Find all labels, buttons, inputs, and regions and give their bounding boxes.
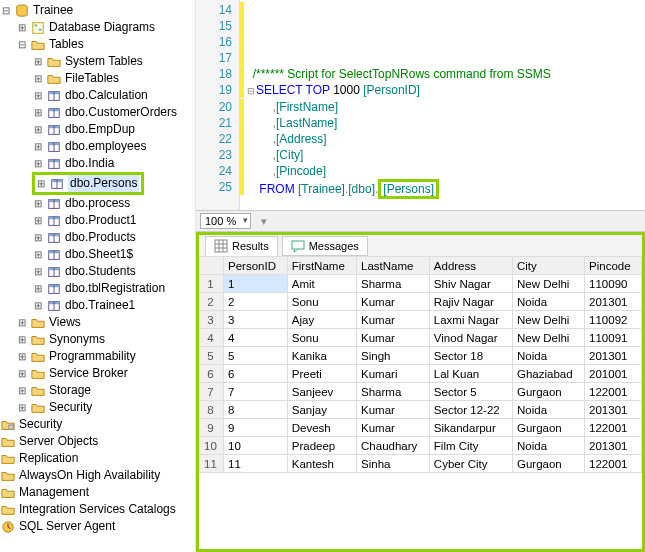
expand-icon[interactable]: ⊞ — [35, 178, 46, 189]
replication-node[interactable]: Replication — [0, 450, 195, 467]
cell[interactable]: Noida — [512, 293, 584, 311]
row-header[interactable]: 5 — [200, 347, 224, 365]
db-node-trainee[interactable]: ⊟Trainee — [0, 2, 195, 19]
cell[interactable]: 201301 — [585, 293, 642, 311]
alwayson-node[interactable]: AlwaysOn High Availability — [0, 467, 195, 484]
expand-icon[interactable]: ⊞ — [32, 266, 43, 277]
file-tables-node[interactable]: ⊞FileTables — [0, 70, 195, 87]
cell[interactable]: 201301 — [585, 437, 642, 455]
cell[interactable]: Sector 12-22 — [429, 401, 512, 419]
cell[interactable]: Kumar — [357, 311, 430, 329]
expand-icon[interactable]: ⊞ — [32, 124, 43, 135]
cell[interactable]: 5 — [224, 347, 288, 365]
expand-icon[interactable]: ⊞ — [32, 232, 43, 243]
cell[interactable]: Noida — [512, 401, 584, 419]
expand-icon[interactable]: ⊞ — [32, 198, 43, 209]
row-header[interactable]: 6 — [200, 365, 224, 383]
cell[interactable]: Kanika — [287, 347, 356, 365]
cell[interactable]: Preeti — [287, 365, 356, 383]
cell[interactable]: 1 — [224, 275, 288, 293]
security-node[interactable]: Security — [0, 416, 195, 433]
cell[interactable]: Sector 18 — [429, 347, 512, 365]
table-empdup[interactable]: ⊞dbo.EmpDup — [0, 121, 195, 138]
table-row[interactable]: 33AjayKumarLaxmi NagarNew Delhi110092 — [200, 311, 642, 329]
col-header[interactable]: City — [512, 257, 584, 275]
collapse-icon[interactable]: ⊟ — [16, 39, 27, 50]
cell[interactable]: Shiv Nagar — [429, 275, 512, 293]
cell[interactable]: 122001 — [585, 419, 642, 437]
cell[interactable]: 110090 — [585, 275, 642, 293]
expand-icon[interactable]: ⊞ — [32, 107, 43, 118]
table-customerorders[interactable]: ⊞dbo.CustomerOrders — [0, 104, 195, 121]
row-header[interactable]: 1 — [200, 275, 224, 293]
cell[interactable]: Devesh — [287, 419, 356, 437]
cell[interactable]: 11 — [224, 455, 288, 473]
cell[interactable]: Gurgaon — [512, 455, 584, 473]
table-employees[interactable]: ⊞dbo.employees — [0, 138, 195, 155]
row-header[interactable]: 11 — [200, 455, 224, 473]
col-header[interactable]: Address — [429, 257, 512, 275]
table-persons[interactable]: ⊞dbo.Persons — [0, 172, 195, 195]
db-security-node[interactable]: ⊞Security — [0, 399, 195, 416]
table-sheet1[interactable]: ⊞dbo.Sheet1$ — [0, 246, 195, 263]
table-row[interactable]: 1010PradeepChaudharyFilm CityNoida201301 — [200, 437, 642, 455]
cell[interactable]: Chaudhary — [357, 437, 430, 455]
table-calculation[interactable]: ⊞dbo.Calculation — [0, 87, 195, 104]
service-broker-node[interactable]: ⊞Service Broker — [0, 365, 195, 382]
expand-icon[interactable]: ⊞ — [16, 351, 27, 362]
cell[interactable]: 2 — [224, 293, 288, 311]
row-header[interactable]: 4 — [200, 329, 224, 347]
cell[interactable]: 122001 — [585, 455, 642, 473]
views-node[interactable]: ⊞Views — [0, 314, 195, 331]
programmability-node[interactable]: ⊞Programmability — [0, 348, 195, 365]
cell[interactable]: 110091 — [585, 329, 642, 347]
col-header[interactable]: Pincode — [585, 257, 642, 275]
cell[interactable]: Noida — [512, 437, 584, 455]
table-row[interactable]: 77SanjeevSharmaSector 5Gurgaon122001 — [200, 383, 642, 401]
table-product1[interactable]: ⊞dbo.Product1 — [0, 212, 195, 229]
table-india[interactable]: ⊞dbo.India — [0, 155, 195, 172]
cell[interactable]: New Delhi — [512, 329, 584, 347]
cell[interactable]: 3 — [224, 311, 288, 329]
row-header[interactable]: 7 — [200, 383, 224, 401]
expand-icon[interactable]: ⊞ — [16, 385, 27, 396]
cell[interactable]: 110092 — [585, 311, 642, 329]
zoom-combo[interactable]: 100 % — [200, 213, 251, 229]
cell[interactable]: Sikandarpur — [429, 419, 512, 437]
cell[interactable]: Noida — [512, 347, 584, 365]
expand-icon[interactable]: ⊞ — [32, 158, 43, 169]
expand-icon[interactable]: ⊞ — [32, 141, 43, 152]
cell[interactable]: Gurgaon — [512, 383, 584, 401]
table-students[interactable]: ⊞dbo.Students — [0, 263, 195, 280]
cell[interactable]: Cyber City — [429, 455, 512, 473]
cell[interactable]: Ghaziabad — [512, 365, 584, 383]
tables-node[interactable]: ⊟Tables — [0, 36, 195, 53]
cell[interactable]: Sanjay — [287, 401, 356, 419]
cell[interactable]: Gurgaon — [512, 419, 584, 437]
table-row[interactable]: 22SonuKumarRajiv NagarNoida201301 — [200, 293, 642, 311]
expand-icon[interactable]: ⊞ — [16, 402, 27, 413]
diagrams-node[interactable]: ⊞Database Diagrams — [0, 19, 195, 36]
management-node[interactable]: Management — [0, 484, 195, 501]
table-row[interactable]: 99DeveshKumarSikandarpurGurgaon122001 — [200, 419, 642, 437]
expand-icon[interactable]: ⊞ — [16, 334, 27, 345]
cell[interactable]: Kumari — [357, 365, 430, 383]
expand-icon[interactable]: ⊞ — [32, 73, 43, 84]
cell[interactable]: Lal Kuan — [429, 365, 512, 383]
row-header[interactable]: 3 — [200, 311, 224, 329]
agent-node[interactable]: SQL Server Agent — [0, 518, 195, 535]
sql-editor[interactable]: 14 15 16 17 18 /****** Script for Select… — [196, 0, 645, 210]
cell[interactable]: Amit — [287, 275, 356, 293]
isc-node[interactable]: Integration Services Catalogs — [0, 501, 195, 518]
expand-icon[interactable]: ⊞ — [32, 90, 43, 101]
cell[interactable]: 9 — [224, 419, 288, 437]
cell[interactable]: Laxmi Nagar — [429, 311, 512, 329]
tab-results[interactable]: Results — [205, 236, 278, 256]
table-tblregistration[interactable]: ⊞dbo.tblRegistration — [0, 280, 195, 297]
cell[interactable]: Kantesh — [287, 455, 356, 473]
cell[interactable]: Sonu — [287, 329, 356, 347]
cell[interactable]: Sanjeev — [287, 383, 356, 401]
cell[interactable]: Sonu — [287, 293, 356, 311]
table-row[interactable]: 55KanikaSinghSector 18Noida201301 — [200, 347, 642, 365]
cell[interactable]: Rajiv Nagar — [429, 293, 512, 311]
